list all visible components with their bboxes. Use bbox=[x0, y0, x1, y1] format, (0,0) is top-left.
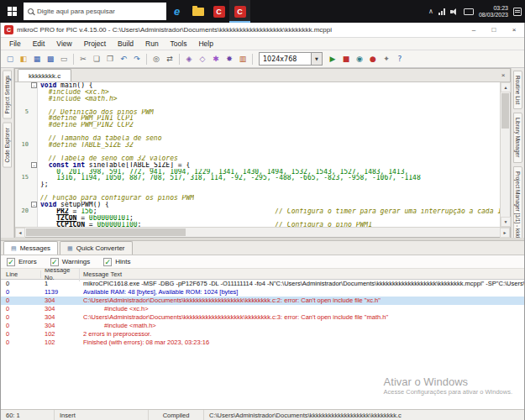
column-header-line[interactable]: Line bbox=[1, 270, 41, 278]
message-row[interactable]: 01mikroCPIC1618.exe -MSF -DBG -pP12F675 … bbox=[1, 280, 524, 288]
message-row[interactable]: 0304 #include <math.h> bbox=[1, 322, 524, 330]
code-line[interactable]: #include <math.h> bbox=[15, 96, 500, 102]
sidebar-tab-routine-list[interactable]: Routine List bbox=[513, 71, 522, 109]
open-project-icon[interactable]: ◇ bbox=[196, 52, 209, 66]
options-icon[interactable]: ✦ bbox=[380, 52, 393, 66]
undo-icon[interactable]: ↶ bbox=[117, 52, 130, 66]
replace-icon[interactable]: ⇄ bbox=[163, 52, 176, 66]
find-icon[interactable]: ◎ bbox=[150, 52, 163, 66]
paste-icon[interactable]: ❐ bbox=[103, 52, 117, 66]
menu-file[interactable]: File bbox=[3, 39, 27, 48]
sidebar-tab-code-explorer[interactable]: Code Explorer bbox=[3, 123, 12, 168]
menu-help[interactable]: Help bbox=[192, 39, 218, 48]
network-icon[interactable] bbox=[438, 8, 445, 15]
code-line[interactable]: 20 PR2 = 156; // Configura o timer para … bbox=[15, 208, 500, 215]
code-line[interactable]: -void main() { bbox=[15, 82, 500, 89]
maximize-button[interactable]: □ bbox=[484, 23, 504, 38]
message-row[interactable]: 01139Available RAM: 48 [bytes], Availabl… bbox=[1, 288, 524, 297]
stop-icon[interactable]: ■ bbox=[339, 52, 353, 66]
scroll-right-icon[interactable]: ► bbox=[500, 228, 510, 238]
code-line[interactable]: // Função para configurar os pinos PWM bbox=[15, 195, 500, 202]
editor-vertical-scrollbar[interactable]: ▲ ▼ bbox=[500, 82, 510, 227]
sidebar-tab-project-manager[interactable]: Project Manager [1/1] - kkkkkkkk.mcppi bbox=[513, 166, 522, 238]
menu-run[interactable]: Run bbox=[139, 39, 165, 48]
code-line[interactable]: #define PWM_PIN1 CCP1 bbox=[15, 115, 500, 122]
redo-icon[interactable]: ↷ bbox=[130, 52, 144, 66]
fold-marker-icon[interactable]: - bbox=[31, 162, 37, 168]
code-line[interactable]: -void setupPWM() { bbox=[15, 202, 500, 208]
menu-view[interactable]: View bbox=[50, 39, 77, 48]
device-resolution-combobox[interactable]: 1024x768 ▼ bbox=[259, 52, 323, 66]
scroll-up-icon[interactable]: ▲ bbox=[501, 82, 511, 92]
close-tab-icon[interactable]: × bbox=[496, 69, 510, 81]
code-editor[interactable]: -void main() { #include <xc.h> #include … bbox=[15, 82, 500, 227]
errors-checkbox[interactable]: ✓Errors bbox=[7, 258, 37, 266]
print-icon[interactable]: ▭ bbox=[57, 52, 71, 66]
message-row[interactable]: 0304 #include <xc.h> bbox=[1, 305, 524, 313]
code-line[interactable]: #include <xc.h> bbox=[15, 89, 500, 96]
mikroc-pro-taskbar-icon[interactable]: C bbox=[208, 0, 229, 23]
message-row[interactable]: 01022 errors in preprocessor. bbox=[1, 330, 524, 339]
fold-marker-icon[interactable]: - bbox=[31, 82, 37, 88]
help-icon[interactable]: ? bbox=[393, 52, 407, 66]
scroll-down-icon[interactable]: ▼ bbox=[501, 217, 511, 227]
file-explorer-taskbar-icon[interactable] bbox=[187, 0, 208, 23]
code-line[interactable] bbox=[15, 129, 500, 135]
code-line[interactable]: }; bbox=[15, 181, 500, 188]
message-row[interactable]: 0102Finished (with errors): 08 mar 2023,… bbox=[1, 339, 524, 347]
program-icon[interactable]: ▥ bbox=[236, 52, 249, 66]
edge-taskbar-icon[interactable]: e bbox=[166, 0, 187, 23]
menu-edit[interactable]: Edit bbox=[27, 39, 51, 48]
code-line[interactable]: T2CON = 0b00000101; bbox=[15, 215, 500, 222]
fold-marker-icon[interactable]: - bbox=[31, 202, 37, 207]
start-button[interactable] bbox=[0, 0, 24, 23]
code-line[interactable]: // Tamanho da tabela de seno bbox=[15, 135, 500, 142]
code-line[interactable]: // Tabela de seno com 32 valores bbox=[15, 155, 500, 162]
save-icon[interactable]: ▦ bbox=[30, 52, 44, 66]
vertical-scroll-thumb[interactable] bbox=[501, 93, 509, 129]
code-line[interactable]: - const int sineTable[TABLE_SIZE] = { bbox=[15, 162, 500, 169]
menu-build[interactable]: Build bbox=[112, 39, 139, 48]
keyboard-icon[interactable] bbox=[464, 8, 474, 15]
taskbar-clock[interactable]: 03:23 08/03/2023 bbox=[479, 5, 508, 18]
menu-tools[interactable]: Tools bbox=[165, 39, 193, 48]
code-line[interactable]: 15 1316, 1194, 1050, 887, 708, 517, 318,… bbox=[15, 175, 500, 181]
code-line[interactable]: 5 // Definição dos pinos PWM bbox=[15, 109, 500, 116]
sidebar-tab-library-manager[interactable]: Library Manager bbox=[513, 113, 522, 162]
tab-quick-converter[interactable]: ▦Quick Converter bbox=[60, 241, 132, 255]
chevron-down-icon[interactable]: ▼ bbox=[311, 53, 322, 65]
message-row[interactable]: 0304C:\Users\Administrador\Documents\kkk… bbox=[1, 297, 524, 305]
message-row[interactable]: 0304C:\Users\Administrador\Documents\kkk… bbox=[1, 313, 524, 322]
new-project-icon[interactable]: ◈ bbox=[182, 52, 196, 66]
breakpoint-icon[interactable]: ● bbox=[366, 52, 380, 66]
hints-checkbox[interactable]: ✓Hints bbox=[103, 258, 130, 266]
save-all-icon[interactable]: ▩ bbox=[44, 52, 57, 66]
debug-icon[interactable]: ◉ bbox=[353, 52, 366, 66]
scroll-left-icon[interactable]: ◄ bbox=[15, 228, 25, 238]
mikroc-ide-taskbar-icon[interactable]: C bbox=[229, 0, 250, 23]
run-icon[interactable]: ▶ bbox=[326, 52, 339, 66]
editor-tab[interactable]: kkkkkkkk.c bbox=[18, 69, 71, 81]
menu-project[interactable]: Project bbox=[78, 39, 112, 48]
build-icon[interactable]: ✱ bbox=[209, 52, 223, 66]
horizontal-scroll-thumb[interactable] bbox=[26, 228, 186, 236]
code-line[interactable]: #define PWM_PIN2 CCP2 bbox=[15, 122, 500, 129]
column-header-message-text[interactable]: Message Text bbox=[80, 270, 524, 278]
sidebar-tab-project-settings[interactable]: Project Settings bbox=[3, 71, 12, 119]
action-center-icon[interactable] bbox=[513, 8, 522, 16]
code-line[interactable]: 10 #define TABLE_SIZE 32 bbox=[15, 142, 500, 149]
build-all-icon[interactable]: ✸ bbox=[223, 52, 236, 66]
new-file-icon[interactable]: ▢ bbox=[3, 52, 17, 66]
taskbar-search-input[interactable]: Digite aqui para pesquisar bbox=[24, 3, 166, 20]
editor-horizontal-scrollbar[interactable]: ◄ ► bbox=[15, 227, 510, 237]
cut-icon[interactable]: ✂ bbox=[76, 52, 90, 66]
code-line[interactable] bbox=[15, 149, 500, 155]
code-line[interactable] bbox=[15, 102, 500, 109]
volume-icon[interactable] bbox=[450, 8, 459, 16]
tab-messages[interactable]: ▤Messages bbox=[3, 241, 58, 255]
tray-chevron-icon[interactable]: ∧ bbox=[428, 8, 433, 15]
code-line[interactable]: 0, 201, 398, 591, 772, 941, 1094, 1229, … bbox=[15, 169, 500, 176]
close-button[interactable]: × bbox=[504, 23, 524, 38]
minimize-button[interactable]: – bbox=[464, 23, 484, 38]
code-line[interactable] bbox=[15, 188, 500, 195]
